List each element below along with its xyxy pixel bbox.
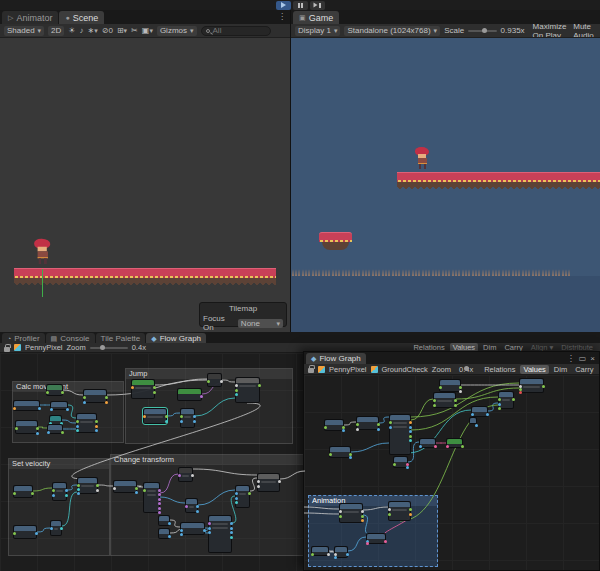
flow-graph-node[interactable] — [311, 546, 329, 556]
node-port[interactable] — [38, 407, 41, 410]
node-port[interactable] — [131, 386, 134, 389]
tab-console[interactable]: ▤Console — [46, 333, 95, 343]
scene-visibility-icon[interactable]: ⊘0 — [102, 27, 113, 35]
flow-graph-node[interactable] — [131, 379, 155, 399]
node-port[interactable] — [346, 553, 349, 556]
node-port[interactable] — [95, 420, 98, 423]
panel-menu-icon[interactable]: ⋮ — [278, 12, 286, 21]
2d-toggle[interactable]: 2D — [48, 26, 64, 36]
flow-graph-node[interactable] — [76, 413, 97, 433]
node-port[interactable] — [65, 489, 68, 492]
node-port[interactable] — [409, 513, 412, 516]
node-port[interactable] — [519, 391, 522, 394]
flow-graph-node[interactable] — [389, 414, 411, 455]
node-port[interactable] — [433, 399, 436, 402]
node-port[interactable] — [498, 407, 501, 410]
node-port[interactable] — [13, 407, 16, 410]
grid-settings-icon[interactable]: ⊞ — [117, 27, 127, 35]
node-port[interactable] — [165, 420, 168, 423]
node-port[interactable] — [95, 425, 98, 428]
node-port[interactable] — [439, 386, 442, 389]
node-port[interactable] — [356, 428, 359, 431]
node-port[interactable] — [66, 408, 69, 411]
flow-graph-node[interactable] — [158, 528, 170, 539]
node-port[interactable] — [409, 439, 412, 442]
node-port[interactable] — [230, 527, 233, 530]
node-port[interactable] — [105, 401, 108, 404]
node-port[interactable] — [36, 427, 39, 430]
node-port[interactable] — [366, 542, 369, 545]
display-dropdown[interactable]: Display 1 — [295, 26, 340, 36]
node-port[interactable] — [542, 385, 545, 388]
node-port[interactable] — [235, 384, 238, 387]
node-port[interactable] — [498, 403, 501, 406]
node-port[interactable] — [135, 491, 138, 494]
flow-graph-node[interactable] — [46, 384, 63, 396]
flow-graph-node[interactable] — [178, 467, 193, 482]
node-port[interactable] — [95, 429, 98, 432]
node-port[interactable] — [105, 396, 108, 399]
node-port[interactable] — [46, 391, 49, 394]
node-port[interactable] — [406, 466, 409, 469]
node-port[interactable] — [35, 532, 38, 535]
node-port[interactable] — [409, 430, 412, 433]
node-port[interactable] — [13, 492, 16, 495]
node-port[interactable] — [349, 456, 352, 459]
node-port[interactable] — [257, 485, 260, 488]
node-port[interactable] — [361, 510, 364, 513]
flow-graph-node[interactable] — [208, 515, 232, 553]
node-port[interactable] — [61, 431, 64, 434]
node-port[interactable] — [193, 420, 196, 423]
node-port[interactable] — [208, 531, 211, 534]
node-port[interactable] — [168, 522, 171, 525]
node-port[interactable] — [388, 508, 391, 511]
node-port[interactable] — [446, 445, 449, 448]
node-port[interactable] — [258, 384, 261, 387]
mute-audio-button[interactable]: Mute Audio — [573, 24, 596, 38]
flow-graph-node[interactable] — [52, 482, 67, 501]
node-port[interactable] — [135, 487, 138, 490]
node-port[interactable] — [196, 510, 199, 513]
node-port[interactable] — [459, 390, 462, 393]
node-port[interactable] — [158, 489, 161, 492]
node-port[interactable] — [356, 423, 359, 426]
node-port[interactable] — [235, 393, 238, 396]
node-port[interactable] — [96, 484, 99, 487]
flow-graph-node[interactable] — [177, 388, 202, 401]
node-port[interactable] — [191, 474, 194, 477]
flow-graph-node[interactable] — [324, 419, 344, 431]
node-port[interactable] — [235, 492, 238, 495]
node-port[interactable] — [180, 533, 183, 536]
node-port[interactable] — [76, 429, 79, 432]
node-port[interactable] — [158, 507, 161, 510]
node-port[interactable] — [52, 494, 55, 497]
node-port[interactable] — [409, 435, 412, 438]
node-port[interactable] — [454, 404, 457, 407]
node-port[interactable] — [434, 445, 437, 448]
node-port[interactable] — [77, 488, 80, 491]
pause-button[interactable] — [293, 1, 308, 10]
flow-graph-node[interactable] — [50, 401, 68, 410]
node-port[interactable] — [257, 480, 260, 483]
flow-graph-node[interactable] — [356, 416, 379, 430]
node-port[interactable] — [168, 535, 171, 538]
game-viewport[interactable] — [291, 38, 600, 332]
node-port[interactable] — [36, 432, 39, 435]
node-port[interactable] — [377, 428, 380, 431]
step-button[interactable] — [310, 1, 325, 10]
flow-graph-node[interactable] — [471, 406, 488, 417]
node-port[interactable] — [153, 391, 156, 394]
flow-graph-node[interactable] — [207, 373, 222, 387]
flow-graph-node[interactable] — [50, 520, 62, 536]
node-port[interactable] — [324, 426, 327, 429]
flow-graph-node[interactable] — [519, 378, 544, 393]
flow-graph-node[interactable] — [13, 400, 40, 411]
node-port[interactable] — [113, 487, 116, 490]
node-port[interactable] — [230, 536, 233, 539]
zoom-slider[interactable] — [90, 347, 128, 349]
node-port[interactable] — [165, 415, 168, 418]
flow-graph-node[interactable] — [446, 438, 463, 448]
scene-lighting-icon[interactable]: ☀ — [68, 27, 75, 35]
node-port[interactable] — [361, 515, 364, 518]
node-port[interactable] — [409, 508, 412, 511]
